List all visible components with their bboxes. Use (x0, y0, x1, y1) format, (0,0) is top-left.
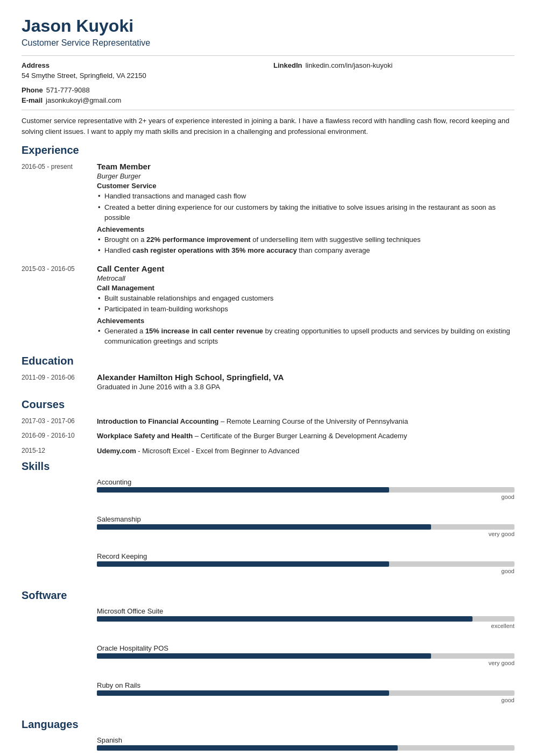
job-title: Customer Service Representative (22, 38, 514, 48)
course-entry: 2017-03 - 2017-06 Introduction to Financ… (22, 416, 514, 427)
skill-name: Microsoft Office Suite (97, 607, 514, 615)
phone-value: 571-777-9088 (46, 86, 90, 94)
skill-block: Microsoft Office Suite excellent (97, 607, 514, 629)
experience-section-title: Experience (22, 144, 514, 156)
entry-content: Call Center Agent Metrocall Call Managem… (97, 264, 514, 347)
entry-title: Team Member (97, 162, 514, 171)
courses-section-title: Courses (22, 398, 514, 411)
address-row: Address (22, 61, 263, 69)
skill-level: very good (97, 531, 514, 537)
address-label: Address (22, 61, 50, 69)
skill-level: good (97, 697, 514, 703)
skill-row: Record Keeping good (22, 552, 514, 574)
skill-block: Salesmanship very good (97, 515, 514, 537)
education-section-title: Education (22, 355, 514, 367)
skill-name: Ruby on Rails (97, 681, 514, 689)
bullet-item: Generated a 15% increase in call center … (97, 326, 514, 347)
bullets-list: Handled transactions and managed cash fl… (97, 191, 514, 223)
software-list: Microsoft Office Suite excellent Oracle … (22, 607, 514, 703)
languages-section-title: Languages (22, 718, 514, 731)
entry-content: Team Member Burger Burger Customer Servi… (97, 162, 514, 256)
skill-block: Accounting good (97, 478, 514, 500)
bullets-list: Built sustainable relationships and enga… (97, 293, 514, 315)
education-list: 2011-09 - 2016-06 Alexander Hamilton Hig… (22, 373, 514, 391)
skill-bar-fill (97, 561, 389, 567)
experience-list: 2016-05 - present Team Member Burger Bur… (22, 162, 514, 347)
summary-text: Customer service representative with 2+ … (22, 116, 514, 137)
divider-summary (22, 110, 514, 110)
skill-bar-fill (97, 487, 389, 493)
linkedin-value: linkedin.com/in/jason-kuyoki (305, 61, 392, 69)
bullets-list2: Brought on a 22% performance improvement… (97, 234, 514, 256)
entry-subtitle2: Achievements (97, 317, 514, 325)
skill-row: Accounting good (22, 478, 514, 500)
course-entry: 2015-12 Udemy.com - Microsoft Excel - Ex… (22, 446, 514, 457)
skill-bar-wrap (97, 653, 514, 659)
skill-name: Oracle Hospitality POS (97, 644, 514, 652)
skill-name: Spanish (97, 736, 514, 744)
skill-level: excellent (97, 623, 514, 629)
skill-bar-wrap (97, 487, 514, 493)
course-content: Introduction to Financial Accounting – R… (97, 416, 514, 427)
education-entry: 2011-09 - 2016-06 Alexander Hamilton Hig… (22, 373, 514, 391)
linkedin-row: LinkedIn linkedin.com/in/jason-kuyoki (273, 61, 514, 69)
edu-description: Graduated in June 2016 with a 3.8 GPA (97, 383, 514, 391)
skill-bar-fill (97, 690, 389, 696)
email-row: E-mail jasonkukoyi@gmail.com (22, 96, 514, 104)
skill-block: Oracle Hospitality POS very good (97, 644, 514, 666)
software-section-title: Software (22, 589, 514, 602)
bullet-item: Participated in team-building workshops (97, 304, 514, 315)
languages-list: Spanish (22, 736, 514, 752)
edu-date: 2011-09 - 2016-06 (22, 373, 91, 391)
experience-entry: 2016-05 - present Team Member Burger Bur… (22, 162, 514, 256)
skill-name: Salesmanship (97, 515, 514, 523)
skill-row: Salesmanship very good (22, 515, 514, 537)
skill-name: Record Keeping (97, 552, 514, 560)
phone-row: Phone 571-777-9088 (22, 86, 514, 94)
course-content: Udemy.com - Microsoft Excel - Excel from… (97, 446, 514, 457)
bullets-list2: Generated a 15% increase in call center … (97, 326, 514, 347)
email-value: jasonkukoyi@gmail.com (46, 96, 121, 104)
entry-date: 2015-03 - 2016-05 (22, 264, 91, 347)
linkedin-label: LinkedIn (273, 61, 302, 69)
edu-content: Alexander Hamilton High School, Springfi… (97, 373, 514, 391)
skill-block: Ruby on Rails good (97, 681, 514, 703)
course-date: 2017-03 - 2017-06 (22, 416, 91, 427)
name: Jason Kuyoki (22, 16, 514, 36)
bullet-item: Created a better dining experience for o… (97, 202, 514, 223)
experience-entry: 2015-03 - 2016-05 Call Center Agent Metr… (22, 264, 514, 347)
entry-subtitle: Customer Service (97, 182, 514, 190)
skill-level: good (97, 494, 514, 500)
course-entry: 2016-09 - 2016-10 Workplace Safety and H… (22, 431, 514, 441)
entry-title: Call Center Agent (97, 264, 514, 273)
entry-company: Metrocall (97, 274, 514, 282)
course-date: 2015-12 (22, 446, 91, 457)
course-date: 2016-09 - 2016-10 (22, 431, 91, 441)
skill-bar-wrap (97, 561, 514, 567)
skill-bar-fill (97, 653, 431, 659)
skill-bar-fill (97, 616, 472, 622)
entry-subtitle: Call Management (97, 284, 514, 292)
skill-level: very good (97, 660, 514, 666)
skills-section-title: Skills (22, 460, 514, 473)
bullet-item: Handled transactions and managed cash fl… (97, 191, 514, 202)
entry-date: 2016-05 - present (22, 162, 91, 256)
entry-subtitle2: Achievements (97, 225, 514, 233)
courses-list: 2017-03 - 2017-06 Introduction to Financ… (22, 416, 514, 457)
bullet-item: Built sustainable relationships and enga… (97, 293, 514, 304)
skills-list: Accounting good Salesmanship very good (22, 478, 514, 574)
contact-grid: Address 54 Smythe Street, Springfield, V… (22, 61, 514, 82)
skill-bar-wrap (97, 745, 514, 751)
skill-block: Spanish (97, 736, 514, 752)
skill-bar-wrap (97, 690, 514, 696)
divider-top (22, 55, 514, 56)
skill-row: Ruby on Rails good (22, 681, 514, 703)
skill-bar-wrap (97, 616, 514, 622)
address-value: 54 Smythe Street, Springfield, VA 22150 (22, 72, 146, 80)
email-label: E-mail (22, 96, 43, 104)
entry-company: Burger Burger (97, 172, 514, 180)
course-content: Workplace Safety and Health – Certificat… (97, 431, 514, 441)
skill-row: Spanish (22, 736, 514, 752)
edu-title: Alexander Hamilton High School, Springfi… (97, 373, 514, 382)
skill-bar-wrap (97, 524, 514, 530)
